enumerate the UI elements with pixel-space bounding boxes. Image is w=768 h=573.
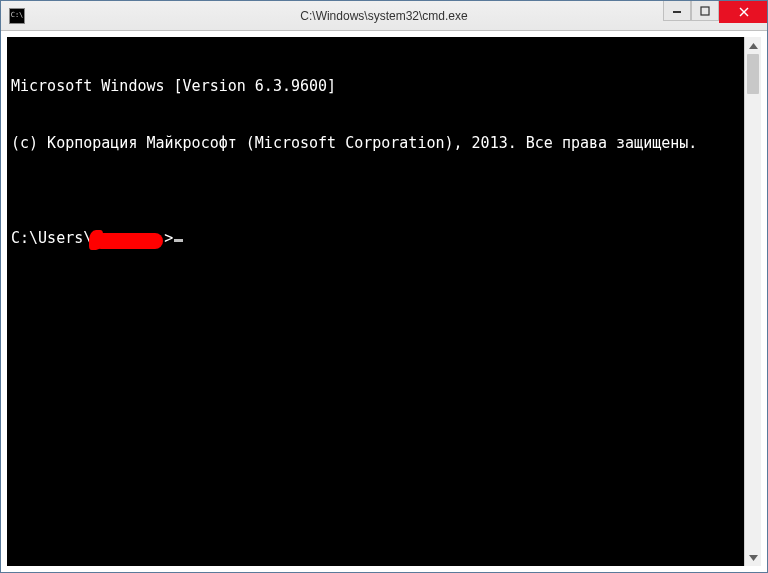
chevron-down-icon <box>749 555 758 561</box>
svg-rect-1 <box>701 7 709 15</box>
scroll-thumb[interactable] <box>747 54 759 94</box>
scroll-track[interactable] <box>745 54 761 549</box>
prompt-line: C:\Users\> <box>11 229 740 248</box>
copyright-line: (c) Корпорация Майкрософт (Microsoft Cor… <box>11 134 740 153</box>
redacted-username <box>93 233 163 249</box>
maximize-icon <box>700 6 710 16</box>
prompt-suffix: > <box>164 229 173 248</box>
scroll-down-button[interactable] <box>745 549 761 566</box>
client-area: Microsoft Windows [Version 6.3.9600] (c)… <box>1 31 767 572</box>
prompt-prefix: C:\Users\ <box>11 229 92 248</box>
console-output[interactable]: Microsoft Windows [Version 6.3.9600] (c)… <box>7 37 744 566</box>
version-line: Microsoft Windows [Version 6.3.9600] <box>11 77 740 96</box>
vertical-scrollbar[interactable] <box>744 37 761 566</box>
window-controls <box>663 1 767 30</box>
app-icon-glyph: C:\ <box>11 12 24 19</box>
titlebar[interactable]: C:\ C:\Windows\system32\cmd.exe <box>1 1 767 31</box>
close-icon <box>738 6 750 18</box>
minimize-button[interactable] <box>663 1 691 21</box>
minimize-icon <box>672 6 682 16</box>
maximize-button[interactable] <box>691 1 719 21</box>
text-cursor <box>174 239 183 242</box>
app-icon: C:\ <box>9 8 25 24</box>
cmd-window: C:\ C:\Windows\system32\cmd.exe <box>0 0 768 573</box>
svg-marker-5 <box>749 555 758 561</box>
svg-marker-4 <box>749 43 758 49</box>
svg-rect-0 <box>673 11 681 13</box>
window-title: C:\Windows\system32\cmd.exe <box>1 9 767 23</box>
scroll-up-button[interactable] <box>745 37 761 54</box>
close-button[interactable] <box>719 1 767 23</box>
chevron-up-icon <box>749 43 758 49</box>
